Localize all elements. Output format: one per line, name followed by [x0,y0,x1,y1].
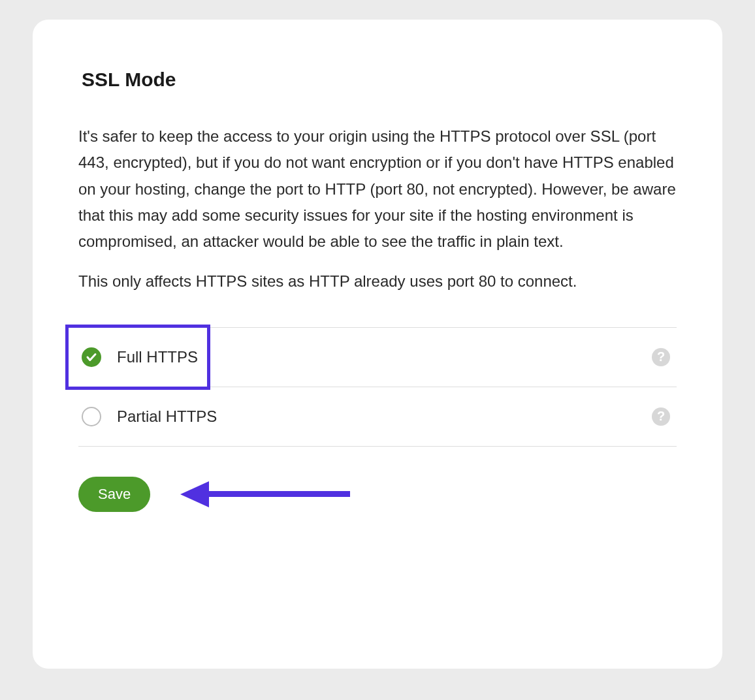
ssl-mode-card: SSL Mode It's safer to keep the access t… [33,20,722,669]
description-paragraph-2: This only affects HTTPS sites as HTTP al… [78,268,677,294]
option-label: Partial HTTPS [117,407,217,426]
save-button[interactable]: Save [78,477,150,512]
option-label: Full HTTPS [117,348,198,366]
help-icon[interactable]: ? [652,348,670,366]
annotation-arrow-icon [180,488,350,501]
radio-checked-icon[interactable] [82,347,101,367]
option-left-group: Partial HTTPS [82,407,217,426]
option-left-group: Full HTTPS [82,347,198,367]
description-paragraph-1: It's safer to keep the access to your or… [78,123,677,255]
radio-unchecked-icon[interactable] [82,407,101,426]
actions-row: Save [78,477,677,512]
options-list: Full HTTPS ? Partial HTTPS ? [78,327,677,447]
card-title: SSL Mode [82,69,677,91]
help-icon[interactable]: ? [652,407,670,426]
option-full-https[interactable]: Full HTTPS ? [78,328,677,387]
option-partial-https[interactable]: Partial HTTPS ? [78,387,677,447]
